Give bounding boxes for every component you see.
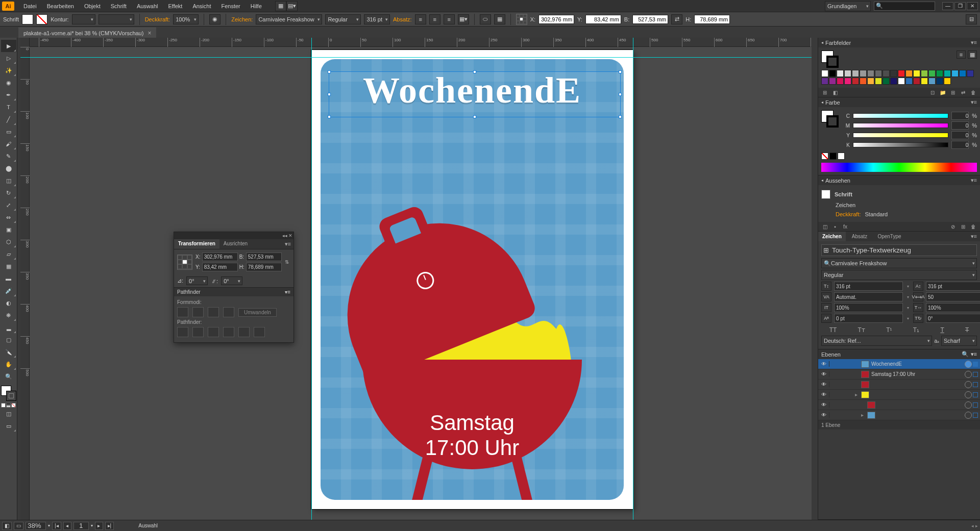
layer-row[interactable]: 👁WochenendE <box>818 359 980 369</box>
tp-h-input[interactable] <box>246 263 282 271</box>
outline-button[interactable] <box>238 327 250 337</box>
visibility-icon[interactable]: 👁 <box>818 382 829 387</box>
lang-select[interactable]: Deutsch: Ref... <box>821 336 932 346</box>
swatch[interactable] <box>821 70 828 77</box>
screen-mode-button[interactable]: ▭ <box>1 420 16 432</box>
direct-selection-tool[interactable]: ▷ <box>1 52 16 64</box>
scale-tool[interactable]: ⤢ <box>1 199 16 211</box>
link-wh-icon[interactable]: ⇅ <box>283 259 290 265</box>
trash-icon[interactable]: 🗑 <box>970 224 977 230</box>
gradient-tool[interactable]: ▬ <box>1 272 16 285</box>
shape-builder-tool[interactable]: ⬡ <box>1 236 16 248</box>
minus-front-button[interactable] <box>192 307 204 317</box>
swatch[interactable] <box>905 78 913 85</box>
swatch[interactable] <box>867 78 874 85</box>
strike-button[interactable]: T <box>965 326 969 334</box>
minimize-button[interactable]: — <box>942 2 953 10</box>
font-style-select[interactable]: Regular <box>325 14 361 24</box>
panel-collapse-icon[interactable]: ◂◂ <box>282 233 287 238</box>
panel-close-icon[interactable]: ✕ <box>288 233 292 238</box>
size-input[interactable] <box>834 282 903 291</box>
guide-vertical-right[interactable] <box>633 38 633 520</box>
superscript-button[interactable]: T¹ <box>886 326 892 334</box>
h-input[interactable] <box>694 15 730 24</box>
width-tool[interactable]: ⇔ <box>1 211 16 223</box>
panel-menu-icon[interactable]: ▾≡ <box>971 39 977 46</box>
magic-wand-tool[interactable]: ✨ <box>1 64 16 77</box>
menu-hilfe[interactable]: Hilfe <box>246 0 267 12</box>
grill-artwork[interactable]: Samstag 17:00 Uhr <box>350 230 595 500</box>
tp-x-input[interactable] <box>202 252 238 261</box>
add-stroke-icon[interactable]: ◫ <box>821 224 828 230</box>
artboard-tool[interactable]: ▢ <box>1 334 16 346</box>
kerning-input[interactable] <box>834 292 903 301</box>
swatch[interactable] <box>883 70 890 77</box>
search-input[interactable] <box>874 2 935 11</box>
appearance-opacity-value[interactable]: Standard <box>865 211 888 217</box>
para-label[interactable]: Absatz: <box>393 16 412 22</box>
layer-row[interactable]: 👁 <box>818 380 980 390</box>
divide-button[interactable] <box>177 327 188 337</box>
draw-mode-button[interactable]: ◫ <box>1 408 16 420</box>
target-icon[interactable] <box>965 371 972 378</box>
zoom-input[interactable] <box>26 522 46 530</box>
swatch[interactable] <box>921 70 928 77</box>
swatch[interactable] <box>928 78 936 85</box>
smallcaps-button[interactable]: Tᴛ <box>858 326 865 334</box>
dup-icon[interactable]: ⊞ <box>960 224 967 230</box>
swatch[interactable] <box>844 70 851 77</box>
guide-vertical-left[interactable] <box>311 38 312 520</box>
blend-tool[interactable]: ◐ <box>1 297 16 309</box>
swatch[interactable] <box>875 70 882 77</box>
swatch[interactable] <box>928 70 936 77</box>
new-swatch-icon[interactable]: ⊞ <box>949 90 957 95</box>
exclude-button[interactable] <box>223 307 234 317</box>
menu-effekt[interactable]: Effekt <box>163 0 187 12</box>
artboard-input[interactable] <box>74 522 89 530</box>
align-left-button[interactable]: ≡ <box>415 14 426 24</box>
tab-transformieren[interactable]: Transformieren <box>174 239 219 249</box>
swatch-options-icon[interactable]: ⊡ <box>929 90 936 95</box>
maximize-button[interactable]: ❐ <box>954 2 966 10</box>
brush-tool[interactable]: 🖌 <box>1 138 16 150</box>
menu-schrift[interactable]: Schrift <box>106 0 132 12</box>
envelope-button[interactable]: ▦ <box>494 14 505 24</box>
layer-row[interactable]: 👁▸ <box>818 410 980 420</box>
swatch[interactable] <box>913 70 920 77</box>
target-icon[interactable] <box>965 412 972 419</box>
perspective-tool[interactable]: ▱ <box>1 248 16 260</box>
c-slider[interactable] <box>853 113 948 118</box>
lasso-tool[interactable]: ◉ <box>1 77 16 89</box>
x-input[interactable] <box>538 15 574 24</box>
sb-icon1[interactable]: ◧ <box>2 522 12 530</box>
transform-panel[interactable]: ◂◂✕ Transformieren Ausrichten ▾≡ X: B: ⇅… <box>174 232 294 343</box>
mesh-tool[interactable]: ▦ <box>1 260 16 272</box>
collapse-icon[interactable]: ◂ <box>821 178 823 183</box>
black-swatch-icon[interactable] <box>829 153 837 160</box>
type-tool[interactable]: T <box>1 101 16 113</box>
workspace-select[interactable]: Grundlagen <box>825 1 871 11</box>
tab-close-button[interactable]: × <box>148 30 151 37</box>
m-slider[interactable] <box>853 123 948 128</box>
char-style-select[interactable]: Regular <box>821 270 977 280</box>
menu-bearbeiten[interactable]: Bearbeiten <box>42 0 79 12</box>
swatch[interactable] <box>936 78 943 85</box>
swatch[interactable] <box>967 70 974 77</box>
merge-button[interactable] <box>208 327 219 337</box>
swatch[interactable] <box>860 78 867 85</box>
minus-back-button[interactable] <box>254 327 265 337</box>
vertical-scrollbar[interactable] <box>812 38 818 520</box>
brush-select[interactable] <box>99 14 134 24</box>
sb-icon2[interactable]: ▭ <box>14 522 23 530</box>
swatch[interactable] <box>921 78 928 85</box>
free-transform-tool[interactable]: ▣ <box>1 223 16 236</box>
panel-menu-icon[interactable]: ▾≡ <box>971 351 977 358</box>
swatch[interactable] <box>944 78 951 85</box>
tab-absatz[interactable]: Absatz <box>848 232 872 241</box>
char-font-select[interactable]: 🔍 Carnivalee Freakshow <box>821 258 977 268</box>
clear-icon[interactable]: ⊘ <box>949 224 957 230</box>
swatch[interactable] <box>837 70 844 77</box>
white-swatch-icon[interactable] <box>838 153 845 160</box>
visibility-icon[interactable]: 👁 <box>818 371 829 377</box>
blob-tool[interactable]: ⬤ <box>1 162 16 174</box>
